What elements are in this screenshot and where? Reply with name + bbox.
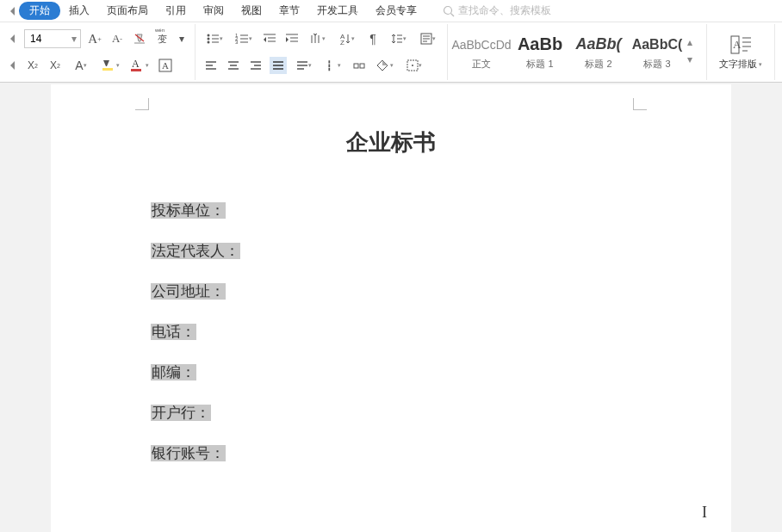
- tab-start[interactable]: 开始: [19, 2, 60, 20]
- svg-text:A: A: [162, 60, 169, 71]
- subscript-icon[interactable]: X2: [47, 57, 64, 74]
- style-preview: AaBbCcDd: [451, 32, 511, 58]
- align-distribute-icon[interactable]: ▾: [292, 57, 316, 74]
- bullets-icon[interactable]: ▾: [202, 30, 227, 47]
- change-case-icon[interactable]: A▾: [69, 57, 93, 74]
- svg-text:A: A: [733, 38, 742, 51]
- svg-rect-54: [354, 64, 358, 68]
- sort-icon[interactable]: AZ▾: [335, 30, 359, 47]
- align-right-icon[interactable]: [247, 57, 264, 74]
- margin-corner-icon: [633, 98, 647, 110]
- tab-view[interactable]: 视图: [233, 1, 270, 21]
- decrease-indent-icon[interactable]: [261, 30, 278, 47]
- text-layout-button[interactable]: A 文字排版▾: [714, 26, 767, 78]
- borders-icon[interactable]: ▾: [402, 57, 426, 74]
- align-justify-icon[interactable]: [270, 57, 287, 74]
- text-layout-label: 文字排版: [719, 58, 757, 71]
- align-center-icon[interactable]: [225, 57, 242, 74]
- style-preview: AaBbC(: [632, 32, 683, 58]
- font-size-value: 14: [25, 33, 68, 45]
- field-text[interactable]: 投标单位：: [151, 202, 226, 219]
- font-prev-icon[interactable]: [7, 30, 19, 47]
- ribbon: 14 ▾ A+ A- 变wén ▾ X2 X2 A▾ ▾ A▾ A ▾ 123▾…: [0, 22, 782, 83]
- menu-bar: 开始 插入 页面布局 引用 审阅 视图 章节 开发工具 会员专享 查找命令、搜索…: [0, 0, 782, 22]
- field-text[interactable]: 银行账号：: [151, 445, 226, 461]
- field-text[interactable]: 邮编：: [151, 364, 196, 380]
- style-normal[interactable]: AaBbCcDd 正文: [453, 26, 510, 76]
- field-row: 电话：: [151, 322, 731, 342]
- style-heading2[interactable]: AaBb( 标题 2: [570, 26, 627, 76]
- svg-point-8: [208, 34, 210, 37]
- field-row: 法定代表人：: [151, 241, 731, 261]
- tab-vip[interactable]: 会员专享: [367, 1, 425, 21]
- field-row: 投标单位：: [151, 201, 731, 220]
- svg-point-0: [444, 6, 452, 14]
- style-label: 标题 1: [526, 58, 553, 71]
- tab-dev-tools[interactable]: 开发工具: [308, 1, 367, 21]
- field-text[interactable]: 公司地址：: [151, 283, 226, 300]
- chevron-up-icon: ▴: [687, 36, 701, 48]
- shrink-font-icon[interactable]: A-: [109, 30, 126, 47]
- tab-page-layout[interactable]: 页面布局: [98, 1, 157, 21]
- grow-font-icon[interactable]: A+: [86, 30, 103, 47]
- font-size-combo[interactable]: 14 ▾: [24, 29, 81, 48]
- svg-point-57: [412, 65, 413, 66]
- search-placeholder: 查找命令、搜索模板: [458, 3, 551, 18]
- paragraph-layout-icon[interactable]: ▾: [416, 30, 440, 47]
- dropdown-icon[interactable]: ▾: [176, 30, 188, 47]
- ribbon-group-text-layout: A 文字排版▾: [707, 24, 775, 80]
- svg-point-12: [208, 41, 210, 44]
- chevron-down-icon: ▾: [68, 33, 80, 45]
- numbering-icon[interactable]: 123▾: [232, 30, 256, 47]
- ribbon-group-font: 14 ▾ A+ A- 变wén ▾ X2 X2 A▾ ▾ A▾ A: [0, 24, 196, 80]
- show-marks-icon[interactable]: ¶: [364, 30, 382, 47]
- tab-insert[interactable]: 插入: [60, 1, 98, 21]
- superscript-icon[interactable]: X2: [24, 57, 41, 74]
- field-row: 银行账号：: [151, 443, 731, 463]
- font-prev2-icon[interactable]: [7, 57, 19, 74]
- tab-chapter[interactable]: 章节: [270, 1, 308, 21]
- field-text[interactable]: 开户行：: [151, 405, 211, 421]
- font-color-icon[interactable]: A▾: [127, 57, 152, 74]
- style-preview: AaBb: [518, 32, 562, 58]
- tab-reference[interactable]: 引用: [157, 1, 195, 21]
- svg-text:┇: ┇: [326, 60, 332, 71]
- highlight-color-icon[interactable]: ▾: [98, 57, 122, 74]
- svg-text:Z: Z: [340, 39, 344, 45]
- increase-indent-icon[interactable]: [283, 30, 301, 47]
- character-border-icon[interactable]: A: [157, 57, 174, 74]
- phonetic-guide-icon[interactable]: 变wén: [153, 30, 171, 47]
- ribbon-group-styles: AaBbCcDd 正文 AaBb 标题 1 AaBb( 标题 2 AaBbC( …: [448, 24, 707, 80]
- svg-line-1: [451, 13, 455, 16]
- text-direction-icon[interactable]: ┇▾: [321, 57, 345, 74]
- asian-layout-icon[interactable]: ▾: [306, 30, 330, 47]
- style-label: 标题 2: [585, 58, 611, 71]
- clear-format-icon[interactable]: [131, 30, 148, 47]
- line-spacing-icon[interactable]: ▾: [387, 30, 411, 47]
- tab-stops-icon[interactable]: [351, 57, 368, 74]
- field-row: 开户行：: [151, 403, 731, 423]
- field-text[interactable]: 法定代表人：: [151, 243, 240, 259]
- style-preview: AaBb(: [576, 32, 622, 58]
- shading-icon[interactable]: ▾: [373, 57, 397, 74]
- align-left-icon[interactable]: [202, 57, 220, 74]
- document-title: 企业标书: [51, 127, 731, 158]
- document-area: 企业标书 投标单位： 法定代表人： 公司地址： 电话： 邮编： 开户行： 银行账…: [0, 83, 782, 532]
- search-icon: [443, 5, 455, 17]
- page[interactable]: 企业标书 投标单位： 法定代表人： 公司地址： 电话： 邮编： 开户行： 银行账…: [51, 84, 731, 532]
- field-row: 邮编：: [151, 362, 731, 382]
- field-row: 公司地址：: [151, 281, 731, 301]
- field-text[interactable]: 电话：: [151, 324, 196, 340]
- chevron-down-icon: ▾: [687, 53, 701, 65]
- ribbon-group-find: 查找替换▾: [775, 24, 782, 80]
- style-heading3[interactable]: AaBbC( 标题 3: [629, 26, 686, 76]
- svg-text:A: A: [132, 59, 140, 70]
- style-heading1[interactable]: AaBb 标题 1: [512, 26, 568, 76]
- svg-rect-3: [102, 68, 113, 71]
- style-gallery-nav[interactable]: ▴ ▾: [687, 36, 701, 65]
- margin-corner-icon: [135, 98, 149, 110]
- menu-left-caret-icon[interactable]: [7, 3, 19, 20]
- style-label: 标题 3: [643, 58, 670, 71]
- command-search[interactable]: 查找命令、搜索模板: [443, 3, 551, 18]
- tab-review[interactable]: 审阅: [195, 1, 233, 21]
